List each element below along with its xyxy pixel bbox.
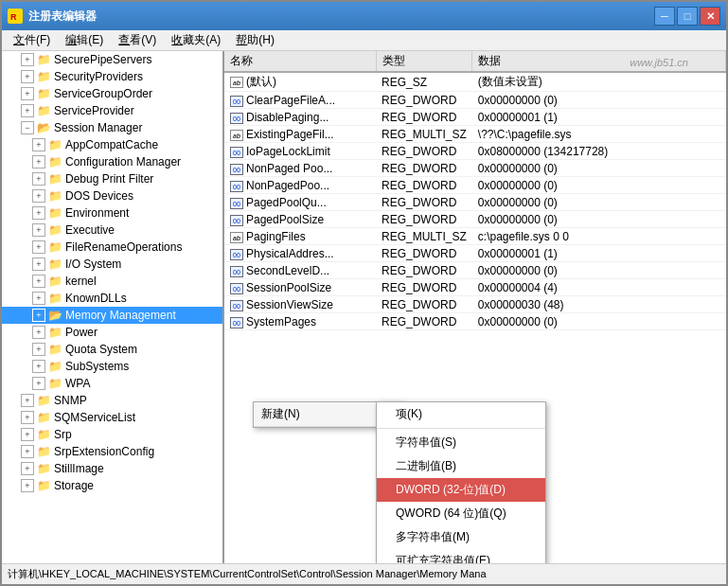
tree-item-srp[interactable]: + 📁 Srp xyxy=(2,426,222,443)
tree-item-serviceprovider[interactable]: + 📁 ServiceProvider xyxy=(2,102,222,119)
menu-favorites[interactable]: 收藏夹(A) xyxy=(164,30,228,50)
tree-item-filerenameoperations[interactable]: + 📁 FileRenameOperations xyxy=(2,239,222,256)
close-button[interactable]: ✕ xyxy=(700,7,720,26)
tree-item-debugprintfilter[interactable]: + 📁 Debug Print Filter xyxy=(2,170,222,187)
cell-name: 00PagedPoolSize xyxy=(224,211,376,228)
expand-icon[interactable]: + xyxy=(32,138,45,151)
table-row[interactable]: 00IoPageLockLimitREG_DWORD0x08000000 (13… xyxy=(224,143,726,160)
tree-item-kernel[interactable]: + 📁 kernel xyxy=(2,273,222,290)
table-row[interactable]: 00NonPagedPoo...REG_DWORD0x00000000 (0) xyxy=(224,177,726,194)
expand-icon[interactable]: + xyxy=(32,292,45,305)
title-bar: R 注册表编辑器 ─ □ ✕ xyxy=(2,2,726,30)
tree-item-subsystems[interactable]: + 📁 SubSystems xyxy=(2,358,222,375)
expand-icon[interactable]: + xyxy=(32,326,45,339)
menu-file[interactable]: 文件(F) xyxy=(6,30,58,50)
col-name[interactable]: 名称 xyxy=(224,51,376,72)
tree-item-executive[interactable]: + 📁 Executive xyxy=(2,222,222,239)
expand-icon[interactable]: + xyxy=(21,394,34,407)
tree-item-memorymanagement[interactable]: + 📂 Memory Management xyxy=(2,307,222,324)
cell-type: REG_DWORD xyxy=(376,177,472,194)
tree-label: FileRenameOperations xyxy=(65,240,182,254)
tree-item-wpa[interactable]: + 📁 WPA xyxy=(2,375,222,392)
tree-label: Srp xyxy=(54,428,72,441)
expand-icon[interactable]: + xyxy=(21,462,34,475)
tree-label: Session Manager xyxy=(54,121,142,134)
tree-item-appcompatcache[interactable]: + 📁 AppCompatCache xyxy=(2,136,222,153)
tree-item-servicegrouporder[interactable]: + 📁 ServiceGroupOrder xyxy=(2,85,222,102)
tree-label: ServiceGroupOrder xyxy=(54,87,152,100)
tree-item-iosystem[interactable]: + 📁 I/O System xyxy=(2,256,222,273)
tree-item-sqmservicelist[interactable]: + 📁 SQMServiceList xyxy=(2,409,222,426)
cell-type: REG_DWORD xyxy=(376,262,472,279)
cell-name: abPagingFiles xyxy=(224,228,376,245)
expand-icon[interactable]: + xyxy=(32,309,45,322)
expand-icon[interactable]: + xyxy=(32,257,45,271)
tree-item-storage[interactable]: + 📁 Storage xyxy=(2,477,222,494)
table-row[interactable]: 00PagedPoolQu...REG_DWORD0x00000000 (0) xyxy=(224,194,726,211)
tree-item-quotasystem[interactable]: + 📁 Quota System xyxy=(2,341,222,358)
table-row[interactable]: abPagingFilesREG_MULTI_SZc:\pagefile.sys… xyxy=(224,228,726,245)
expand-icon[interactable]: + xyxy=(21,428,34,441)
menu-view[interactable]: 查看(V) xyxy=(111,30,164,50)
expand-icon[interactable]: + xyxy=(21,53,34,66)
table-row[interactable]: 00SessionViewSizeREG_DWORD0x00000030 (48… xyxy=(224,296,726,313)
expand-icon[interactable]: + xyxy=(32,172,45,186)
tree-item-knowndlls[interactable]: + 📁 KnownDLLs xyxy=(2,290,222,307)
tree-item-securityproviders[interactable]: + 📁 SecurityProviders xyxy=(2,68,222,85)
cell-name: 00NonPagedPoo... xyxy=(224,177,376,194)
expand-icon[interactable]: + xyxy=(32,377,45,390)
cell-type: REG_DWORD xyxy=(376,143,472,160)
tree-item-configurationmanager[interactable]: + 📁 Configuration Manager xyxy=(2,153,222,170)
expand-icon[interactable]: + xyxy=(32,343,45,356)
tree-item-snmp[interactable]: + 📁 SNMP xyxy=(2,392,222,409)
folder-icon: 📁 xyxy=(36,445,51,458)
table-row[interactable]: 00SystemPagesREG_DWORD0x00000000 (0) xyxy=(224,313,726,330)
table-row[interactable]: 00SessionPoolSizeREG_DWORD0x00000004 (4) xyxy=(224,279,726,296)
expand-icon[interactable]: + xyxy=(32,189,45,203)
tree-item-sessionmanager[interactable]: − 📂 Session Manager xyxy=(2,119,222,136)
tree-item-stillimage[interactable]: + 📁 StillImage xyxy=(2,460,222,477)
folder-icon: 📁 xyxy=(36,53,51,66)
expand-icon[interactable]: + xyxy=(21,479,34,492)
tree-label: Debug Print Filter xyxy=(65,172,153,186)
table-row[interactable]: ab(默认)REG_SZ(数值未设置) xyxy=(224,72,726,92)
table-row[interactable]: abExistingPageFil...REG_MULTI_SZ\??\C:\p… xyxy=(224,126,726,143)
table-row[interactable]: 00ClearPageFileA...REG_DWORD0x00000000 (… xyxy=(224,92,726,109)
folder-icon: 📁 xyxy=(47,275,62,288)
folder-icon: 📁 xyxy=(36,87,51,100)
tree-item-securepipeservers[interactable]: + 📁 SecurePipeServers xyxy=(2,51,222,68)
expand-icon[interactable]: + xyxy=(21,411,34,424)
expand-icon[interactable]: + xyxy=(32,275,45,288)
ctx-new-item[interactable]: 新建(N) ▶ xyxy=(254,402,403,427)
tree-item-dosdevices[interactable]: + 📁 DOS Devices xyxy=(2,187,222,204)
table-row[interactable]: 00SecondLevelD...REG_DWORD0x00000000 (0) xyxy=(224,262,726,279)
menu-bar: 文件(F) 编辑(E) 查看(V) 收藏夹(A) 帮助(H) xyxy=(2,30,726,51)
cell-type: REG_MULTI_SZ xyxy=(376,228,472,245)
cell-name: 00IoPageLockLimit xyxy=(224,143,376,160)
restore-button[interactable]: □ xyxy=(677,7,698,26)
col-type[interactable]: 类型 xyxy=(376,51,472,72)
tree-label: SecurePipeServers xyxy=(54,53,151,66)
table-row[interactable]: 00PhysicalAddres...REG_DWORD0x00000001 (… xyxy=(224,245,726,262)
expand-icon[interactable]: + xyxy=(21,104,34,117)
content-scroll[interactable]: 名称 类型 数据 ab(默认)REG_SZ(数值未设置)00ClearPageF… xyxy=(224,51,726,563)
expand-icon[interactable]: + xyxy=(21,87,34,100)
cell-type: REG_MULTI_SZ xyxy=(376,126,472,143)
expand-icon[interactable]: + xyxy=(21,70,34,83)
expand-icon[interactable]: + xyxy=(32,223,45,237)
tree-item-power[interactable]: + 📁 Power xyxy=(2,324,222,341)
tree-item-srpextensionconfig[interactable]: + 📁 SrpExtensionConfig xyxy=(2,443,222,460)
expand-icon[interactable]: + xyxy=(32,155,45,169)
expand-icon[interactable]: + xyxy=(32,360,45,373)
menu-help[interactable]: 帮助(H) xyxy=(228,30,282,50)
table-row[interactable]: 00PagedPoolSizeREG_DWORD0x00000000 (0) xyxy=(224,211,726,228)
tree-item-environment[interactable]: + 📁 Environment xyxy=(2,204,222,222)
menu-edit[interactable]: 编辑(E) xyxy=(58,30,111,50)
expand-icon[interactable]: + xyxy=(32,240,45,254)
expand-icon[interactable]: + xyxy=(32,206,45,220)
table-row[interactable]: 00NonPaged Poo...REG_DWORD0x00000000 (0) xyxy=(224,160,726,177)
table-row[interactable]: 00DisablePaging...REG_DWORD0x00000001 (1… xyxy=(224,109,726,126)
minimize-button[interactable]: ─ xyxy=(654,7,675,26)
expand-icon[interactable]: − xyxy=(21,121,34,134)
expand-icon[interactable]: + xyxy=(21,445,34,458)
